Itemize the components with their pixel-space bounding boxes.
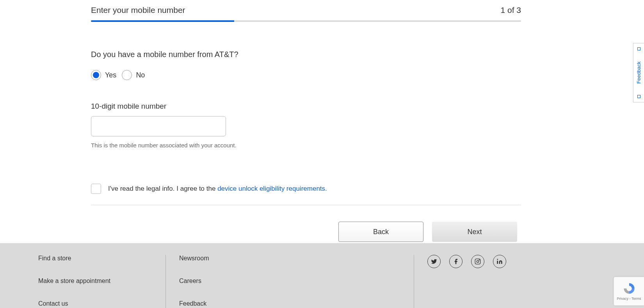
svg-point-2 [479, 260, 479, 260]
radio-group: Yes No [91, 70, 521, 80]
svg-point-1 [477, 260, 479, 262]
feedback-tab[interactable]: Feedback [633, 43, 644, 102]
footer-feedback[interactable]: Feedback [179, 300, 414, 307]
facebook-icon[interactable] [449, 255, 463, 268]
mobile-number-input[interactable] [91, 116, 226, 136]
step-counter: 1 of 3 [500, 5, 521, 15]
footer-make-appointment[interactable]: Make a store appointment [38, 278, 165, 285]
recaptcha-icon [623, 282, 636, 295]
next-button[interactable]: Next [432, 222, 517, 242]
footer-newsroom[interactable]: Newsroom [179, 255, 414, 262]
footer: Find a store Make a store appointment Co… [0, 243, 644, 308]
footer-find-store[interactable]: Find a store [38, 255, 165, 262]
radio-yes-label: Yes [105, 71, 116, 79]
feedback-bottom-icon [637, 95, 640, 98]
back-button[interactable]: Back [338, 222, 423, 242]
footer-careers[interactable]: Careers [179, 278, 414, 285]
linkedin-icon[interactable] [493, 255, 506, 268]
eligibility-link[interactable]: device unlock eligibility requirements. [217, 185, 327, 192]
divider [91, 205, 521, 205]
footer-contact-us[interactable]: Contact us [38, 300, 165, 307]
radio-no[interactable]: No [122, 70, 145, 80]
radio-no-label: No [136, 71, 145, 79]
recaptcha-text: Privacy - Terms [617, 297, 641, 301]
step-title: Enter your mobile number [91, 5, 185, 15]
recaptcha-badge[interactable]: Privacy - Terms [614, 277, 644, 306]
feedback-tab-label: Feedback [636, 61, 642, 84]
instagram-icon[interactable] [471, 255, 484, 268]
radio-yes[interactable]: Yes [91, 70, 116, 80]
progress-bar [91, 20, 521, 22]
question-text: Do you have a mobile number from AT&T? [91, 50, 521, 59]
agreement-text: I've read the legal info. I agree to the… [108, 185, 327, 193]
helper-text: This is the mobile number associated wit… [91, 142, 521, 149]
feedback-top-icon [637, 47, 640, 50]
progress-fill [91, 20, 234, 22]
mobile-number-label: 10-digit mobile number [91, 102, 521, 111]
agreement-checkbox[interactable] [91, 184, 101, 194]
twitter-icon[interactable] [427, 255, 441, 268]
